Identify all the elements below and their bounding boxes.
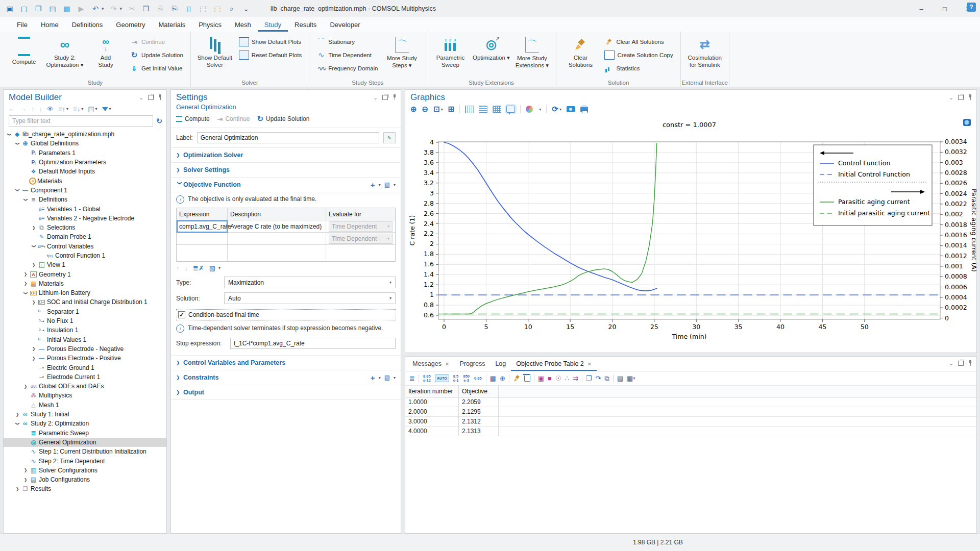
tree-expand-icon[interactable]: ❯	[7, 131, 12, 138]
objective-row[interactable]: comp1.avg_C_rateAverage C rate (to be ma…	[177, 220, 395, 233]
tree-item-definitions[interactable]: ❯Definitions	[4, 195, 166, 204]
filter-icon[interactable]: ▾	[102, 107, 111, 111]
tree-item-step-1-current-distribution-initialization[interactable]: Step 1: Current Distribution Initializat…	[4, 447, 166, 456]
zoom-in-icon[interactable]: ⊕	[410, 105, 417, 114]
tree-item-general-optimization[interactable]: General Optimization	[4, 438, 166, 447]
menu-physics[interactable]: Physics	[192, 17, 228, 32]
rename-button[interactable]: ✎	[383, 132, 396, 143]
chevron-down-icon[interactable]: ▾	[394, 375, 396, 380]
menu-materials[interactable]: Materials	[152, 17, 192, 32]
section-objective-function[interactable]: ❯ Objective Function +▾ ▧▾	[171, 178, 401, 192]
label-input[interactable]	[197, 132, 379, 143]
tree-expand-icon[interactable]: ❯	[22, 384, 29, 389]
float-pane-icon[interactable]	[148, 95, 154, 100]
tree-item-solver-configurations[interactable]: ❯Solver Configurations	[4, 466, 166, 475]
tree-item-optimization-parameters[interactable]: Optimization Parameters	[4, 158, 166, 167]
zoom-extents-icon[interactable]: ⊞	[448, 105, 455, 114]
tree-item-control-function-1[interactable]: Control Function 1	[4, 251, 166, 260]
large-table-icon[interactable]: ▦▾	[627, 374, 635, 382]
pin-pane-icon[interactable]	[393, 94, 397, 101]
color-palette-icon[interactable]	[526, 106, 533, 113]
scientific-notation-button[interactable]: 8.5e-1	[453, 373, 459, 383]
pane-menu-icon[interactable]: ⌄	[949, 361, 953, 366]
tree-item-materials[interactable]: Materials	[4, 176, 166, 185]
close-tab-icon[interactable]: ✕	[445, 361, 449, 367]
study-2-optimization-button[interactable]: Study 2:Optimization ▾	[45, 35, 85, 77]
pin-pane-icon[interactable]	[968, 360, 972, 366]
tree-item-variables-1-global[interactable]: Variables 1 - Global	[4, 204, 166, 213]
image-snapshot-icon[interactable]	[567, 106, 575, 112]
engineering-notation-button[interactable]: 850e-3	[462, 373, 470, 383]
pane-menu-icon[interactable]: ⌄	[139, 95, 143, 101]
frequency-domain-button[interactable]: Frequency Domain	[313, 62, 381, 74]
tree-item-electric-ground-1[interactable]: Electric Ground 1	[4, 363, 166, 372]
table-settings-icon[interactable]: ▧	[209, 264, 215, 272]
tree-item-study-1-initial[interactable]: ❯Study 1: Initial	[4, 410, 166, 419]
forward-icon[interactable]: →	[20, 105, 27, 113]
create-solution-copy-button[interactable]: Create Solution Copy	[601, 49, 676, 61]
tree-item-multiphysics[interactable]: Multiphysics	[4, 391, 166, 400]
model-tree-nodes-icon[interactable]: ▤▾	[88, 105, 97, 113]
tab-objective-probe-table-2[interactable]: Objective Probe Table 2✕	[511, 357, 597, 371]
add-objective-icon[interactable]: +	[371, 181, 375, 189]
table-row[interactable]: 3.00002.1312	[405, 417, 976, 427]
optimization-button[interactable]: Optimization ▾	[471, 35, 511, 77]
section-control-variables[interactable]: ❯ Control Variables and Parameters	[171, 355, 401, 370]
tree-expand-icon[interactable]: ❯	[30, 356, 37, 361]
tree-expand-icon[interactable]: ❯	[30, 263, 37, 267]
delete-table-icon[interactable]	[524, 375, 530, 382]
stop-expression-input[interactable]	[230, 338, 396, 349]
new-file-icon[interactable]: ▢	[19, 4, 29, 13]
cosimulation-for-simulink-button[interactable]: Cosimulationfor Simulink	[685, 35, 725, 77]
table-row[interactable]: 1.00002.2059	[405, 397, 976, 407]
condition-based-final-time-checkbox[interactable]: ✓ Condition-based final time	[176, 309, 396, 320]
add-study-button[interactable]: AddStudy	[86, 35, 126, 77]
minimize-button[interactable]: –	[910, 0, 933, 17]
compute-button[interactable]: Compute	[4, 35, 44, 77]
reset-default-plots-button[interactable]: Reset Default Plots	[236, 49, 305, 61]
tree-expand-icon[interactable]: ❯	[30, 226, 37, 230]
section-constraints[interactable]: ❯ Constraints +▾ ▧▾	[171, 370, 401, 385]
move-up-icon[interactable]: ↑	[176, 264, 180, 272]
show-default-solver-button[interactable]: Show DefaultSolver	[195, 35, 235, 77]
plot-canvas[interactable]: constr = 1.00070510152025303540455043.83…	[405, 116, 976, 346]
parametric-sweep-button[interactable]: ParametricSweep	[430, 35, 470, 77]
chevron-down-icon[interactable]: ▾	[218, 266, 220, 270]
tree-item-electrode-current-1[interactable]: Electrode Current 1	[4, 372, 166, 382]
clear-selection-icon[interactable]: ⬚	[213, 4, 222, 13]
menu-geometry[interactable]: Geometry	[109, 17, 152, 32]
tree-item-geometry-1[interactable]: ❯Geometry 1	[4, 269, 166, 279]
tree-expand-icon[interactable]: ❯	[15, 420, 20, 427]
duplicate-icon[interactable]: ⎘	[170, 4, 179, 13]
float-pane-icon[interactable]	[958, 361, 964, 366]
tab-messages[interactable]: Messages✕	[407, 357, 454, 371]
print-icon[interactable]	[580, 107, 588, 112]
move-down-icon[interactable]: ↓	[39, 105, 43, 113]
description-cell[interactable]: Average C rate (to be maximized)	[228, 220, 326, 233]
tree-item-porous-electrode-positive[interactable]: ❯Porous Electrode - Positive	[4, 354, 166, 363]
objective-row[interactable]: Time Dependent▾	[177, 233, 395, 245]
section-output[interactable]: ❯ Output	[171, 385, 401, 400]
color-swatch-icon[interactable]: ■	[548, 374, 552, 382]
tree-item-lib-charge-rate-optimization-mph[interactable]: ❯lib_charge_rate_optimization.mph	[4, 130, 166, 139]
tree-expand-icon[interactable]: ❯	[15, 187, 20, 194]
float-pane-icon[interactable]	[382, 95, 388, 100]
tree-item-job-configurations[interactable]: ❯Job Configurations	[4, 475, 166, 484]
tree-item-lithium-ion-battery[interactable]: ❯Lithium-Ion Battery	[4, 288, 166, 297]
tree-expand-icon[interactable]: ❯	[22, 281, 29, 286]
move-down-icon[interactable]: ↓	[185, 264, 188, 272]
add-constraint-icon[interactable]: +	[371, 373, 375, 382]
tree-expand-icon[interactable]: ❯	[30, 300, 37, 305]
tree-item-no-flux-1[interactable]: No Flux 1	[4, 316, 166, 325]
duplicate-table-icon[interactable]: ⧉	[604, 374, 609, 383]
update-solution-button[interactable]: Update Solution	[127, 49, 186, 61]
customize-toolbar-icon[interactable]: ⌄	[241, 4, 251, 13]
get-initial-value-button[interactable]: Get Initial Value	[127, 62, 186, 74]
table-graph-icon[interactable]: ▣	[538, 374, 544, 382]
copy-icon[interactable]: ❐	[141, 4, 151, 13]
description-cell[interactable]	[228, 233, 326, 245]
chevron-down-icon[interactable]: ▾	[394, 183, 396, 187]
cut-icon[interactable]: ✂	[127, 4, 136, 13]
chevron-down-icon[interactable]: ▾	[379, 183, 381, 187]
export-table-icon[interactable]: ↷	[595, 374, 601, 382]
